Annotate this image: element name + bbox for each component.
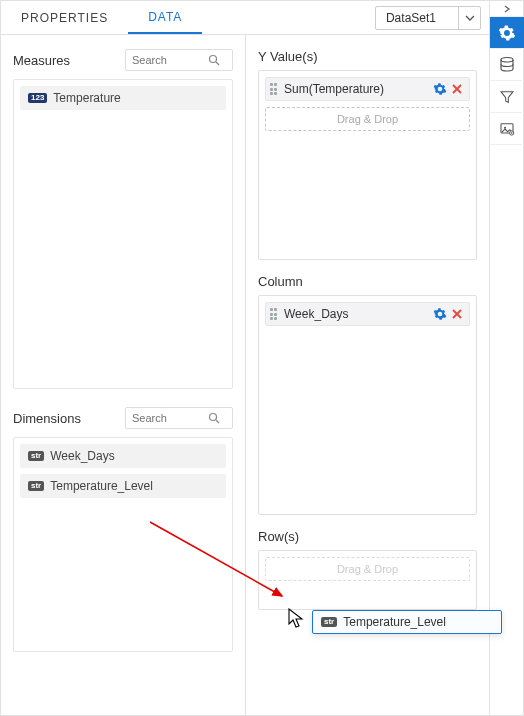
tabs: PROPERTIES DATA [1,1,202,34]
measures-list-panel: 123 Temperature [13,79,233,389]
yvalues-drophint: Drag & Drop [265,107,470,131]
yvalues-dropzone[interactable]: Sum(Temperature) Drag & Drop [258,70,477,260]
string-type-badge: str [321,617,337,627]
column-pill[interactable]: Week_Days [265,302,470,326]
drag-ghost: str Temperature_Level [312,610,502,634]
measures-search[interactable] [125,49,233,71]
measures-search-input[interactable] [132,54,208,66]
grip-icon [270,308,280,320]
sidebar-image-button[interactable] [490,113,524,145]
dimension-item[interactable]: str Temperature_Level [20,474,226,498]
yvalue-pill-label: Sum(Temperature) [284,82,429,96]
sidebar-settings-button[interactable] [490,17,524,49]
dataset-caret-button[interactable] [458,7,480,29]
search-icon [208,412,220,424]
left-pane: Measures 123 Temperature Dimensions [1,35,246,715]
right-sidebar [489,1,523,715]
column-dropzone[interactable]: Week_Days [258,295,477,515]
dataset-select[interactable]: DataSet1 [375,6,481,30]
image-icon [499,121,515,137]
dimension-item-label: Week_Days [50,449,114,463]
string-type-badge: str [28,451,44,461]
yvalues-title: Y Value(s) [258,49,477,64]
measure-item-label: Temperature [53,91,120,105]
dimensions-search-input[interactable] [132,412,208,424]
filter-icon [499,89,515,105]
rows-title: Row(s) [258,529,477,544]
app-root: PROPERTIES DATA DataSet1 Measures [0,0,524,716]
tab-data[interactable]: DATA [128,1,202,34]
dimensions-title: Dimensions [13,411,125,426]
dimensions-header: Dimensions [13,407,233,429]
column-title: Column [258,274,477,289]
dimension-item-label: Temperature_Level [50,479,153,493]
sidebar-filter-button[interactable] [490,81,524,113]
gear-icon[interactable] [433,307,447,321]
dimensions-list-panel: str Week_Days str Temperature_Level [13,437,233,652]
chevron-right-icon [502,5,512,13]
measures-header: Measures [13,49,233,71]
dimensions-search[interactable] [125,407,233,429]
svg-point-0 [210,56,217,63]
yvalue-pill[interactable]: Sum(Temperature) [265,77,470,101]
drag-ghost-label: Temperature_Level [343,615,446,629]
svg-point-2 [210,414,217,421]
search-icon [208,54,220,66]
svg-point-8 [501,57,513,62]
gear-icon[interactable] [433,82,447,96]
main-panel: PROPERTIES DATA DataSet1 Measures [1,1,489,715]
numeric-type-badge: 123 [28,93,47,103]
tab-properties[interactable]: PROPERTIES [1,1,128,34]
grip-icon [270,83,280,95]
measure-item[interactable]: 123 Temperature [20,86,226,110]
database-icon [498,56,516,74]
string-type-badge: str [28,481,44,491]
dimension-item[interactable]: str Week_Days [20,444,226,468]
rows-dropzone[interactable]: Drag & Drop [258,550,477,610]
chevron-down-icon [465,13,475,23]
measures-title: Measures [13,53,125,68]
remove-icon[interactable] [451,83,463,95]
gear-icon [498,24,516,42]
rows-drophint: Drag & Drop [265,557,470,581]
top-row: PROPERTIES DATA DataSet1 [1,1,489,35]
column-pill-label: Week_Days [284,307,429,321]
sidebar-data-button[interactable] [490,49,524,81]
svg-line-3 [216,420,219,423]
collapse-button[interactable] [490,1,523,17]
svg-line-1 [216,62,219,65]
remove-icon[interactable] [451,308,463,320]
dataset-selected-label: DataSet1 [376,11,458,25]
